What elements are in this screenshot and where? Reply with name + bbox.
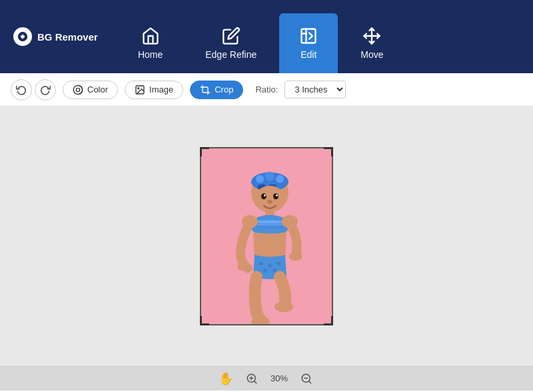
- svg-point-7: [76, 88, 79, 91]
- svg-point-34: [274, 301, 293, 312]
- svg-line-42: [309, 381, 311, 383]
- toolbar: Color Image Crop Ratio: 3 Inches 4 Inche…: [0, 73, 533, 106]
- svg-point-13: [265, 172, 274, 181]
- crop-button[interactable]: Crop: [190, 81, 243, 99]
- canvas-area: [0, 106, 533, 366]
- tab-home[interactable]: Home: [118, 13, 183, 73]
- image-container: [200, 147, 333, 325]
- tab-move-label: Move: [360, 49, 383, 60]
- pan-tool-icon[interactable]: ✋: [219, 371, 233, 386]
- svg-point-21: [264, 194, 266, 196]
- undo-redo-group: [11, 79, 56, 100]
- svg-point-14: [276, 175, 284, 183]
- svg-point-19: [261, 194, 266, 200]
- svg-line-38: [254, 381, 256, 383]
- image-background: [200, 147, 333, 325]
- svg-point-22: [276, 194, 278, 196]
- svg-point-33: [272, 268, 276, 272]
- svg-point-30: [268, 264, 272, 268]
- logo-label: BG Remover: [37, 31, 98, 43]
- zoom-bar: ✋ 30%: [0, 366, 533, 390]
- svg-point-12: [256, 175, 264, 183]
- color-label: Color: [87, 85, 108, 95]
- svg-point-36: [237, 263, 249, 271]
- tab-edge-refine-label: Edge Refine: [205, 49, 257, 60]
- tab-edit[interactable]: Edit: [279, 13, 338, 73]
- svg-point-31: [276, 262, 280, 266]
- ratio-select[interactable]: 3 Inches 4 Inches 5 Inches Custom: [284, 81, 346, 98]
- logo: BG Remover: [13, 27, 98, 46]
- ratio-label: Ratio:: [255, 85, 278, 95]
- redo-button[interactable]: [35, 79, 56, 100]
- svg-rect-1: [302, 29, 316, 43]
- nav-tabs: Home Edge Refine Edit: [118, 0, 404, 73]
- zoom-out-button[interactable]: [298, 371, 314, 387]
- image-button[interactable]: Image: [125, 81, 183, 99]
- tab-edit-label: Edit: [300, 49, 316, 60]
- zoom-in-button[interactable]: [244, 371, 260, 387]
- crop-label: Crop: [215, 85, 233, 95]
- color-button[interactable]: Color: [63, 81, 118, 99]
- svg-point-32: [263, 268, 267, 272]
- tab-move[interactable]: Move: [340, 13, 403, 73]
- svg-point-20: [273, 194, 278, 200]
- child-figure: [200, 147, 333, 325]
- logo-icon: [13, 27, 32, 46]
- image-label: Image: [149, 85, 173, 95]
- svg-point-9: [138, 87, 139, 89]
- svg-point-28: [289, 252, 302, 261]
- svg-point-23: [267, 200, 272, 204]
- tab-home-label: Home: [138, 49, 163, 60]
- zoom-level: 30%: [270, 373, 288, 383]
- svg-point-29: [259, 262, 263, 266]
- header: BG Remover Home Edge Refine: [0, 0, 533, 73]
- tab-edge-refine[interactable]: Edge Refine: [185, 13, 276, 73]
- undo-button[interactable]: [11, 79, 32, 100]
